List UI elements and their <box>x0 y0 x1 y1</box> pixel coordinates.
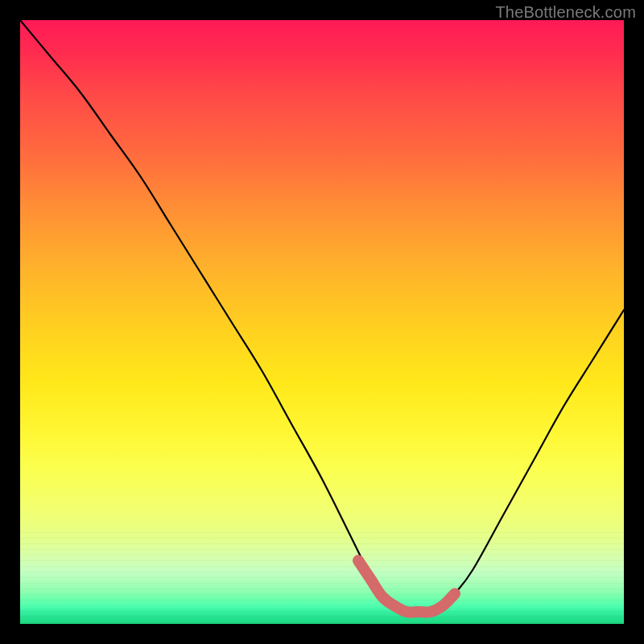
watermark-text: TheBottleneck.com <box>495 3 636 22</box>
curve-layer <box>20 20 624 624</box>
chart-frame: TheBottleneck.com <box>0 0 644 644</box>
bottleneck-curve <box>20 20 624 613</box>
plot-area <box>20 20 624 624</box>
highlight-band <box>358 560 455 612</box>
